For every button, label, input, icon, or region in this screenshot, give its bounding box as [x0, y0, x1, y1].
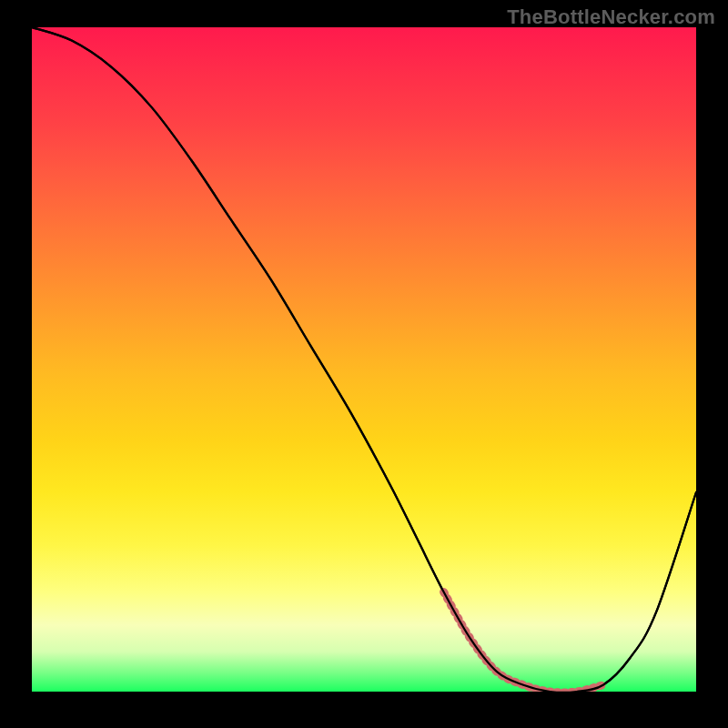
curve-svg	[32, 27, 696, 692]
highlight-segment	[444, 592, 603, 693]
bottleneck-curve-path	[32, 27, 696, 692]
chart-frame: TheBottleNecker.com	[0, 0, 728, 728]
watermark-text: TheBottleNecker.com	[507, 5, 715, 29]
plot-area	[32, 27, 696, 692]
bottleneck-curve-path-over	[32, 27, 696, 692]
